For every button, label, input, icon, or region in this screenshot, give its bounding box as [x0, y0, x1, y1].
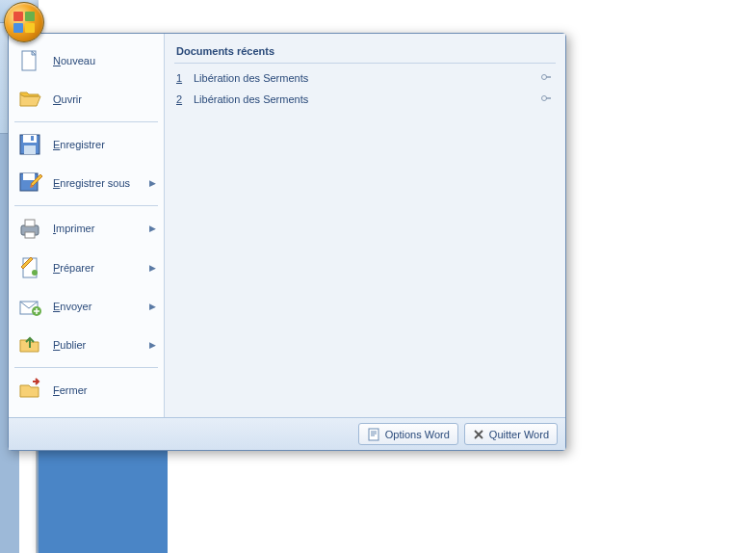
menu-separator: [14, 205, 158, 206]
recent-doc-item[interactable]: 2 Libération des Serments: [174, 89, 556, 110]
menu-label: Imprimer: [53, 223, 140, 234]
quitter-word-button[interactable]: Quitter Word: [464, 423, 558, 445]
office-menu-commands: Nouveau Ouvrir Enregistrer Enregistrer s…: [9, 34, 165, 417]
menu-label: Fermer: [53, 384, 156, 396]
options-label: Options Word: [385, 429, 450, 440]
menu-label: Ouvrir: [53, 93, 156, 105]
publish-icon: [16, 331, 43, 358]
chevron-right-icon: ▶: [149, 340, 156, 350]
save-disk-icon: [16, 131, 43, 158]
menu-item-enregistrer-sous[interactable]: Enregistrer sous ▶: [9, 164, 164, 202]
svg-rect-11: [25, 220, 35, 226]
recent-index: 1: [176, 72, 186, 84]
menu-item-nouveau[interactable]: Nouveau: [9, 41, 164, 80]
svg-rect-9: [23, 173, 35, 180]
menu-item-imprimer[interactable]: Imprimer ▶: [9, 209, 164, 248]
quit-label: Quitter Word: [489, 429, 549, 440]
print-icon: [16, 215, 43, 242]
menu-label: Préparer: [53, 262, 140, 274]
close-folder-icon: [16, 377, 43, 404]
svg-rect-19: [369, 429, 378, 440]
send-icon: [16, 293, 43, 320]
svg-point-14: [32, 270, 38, 276]
chevron-right-icon: ▶: [149, 263, 156, 273]
menu-label: Enregistrer sous: [53, 177, 140, 189]
menu-item-ouvrir[interactable]: Ouvrir: [9, 80, 164, 118]
office-button[interactable]: [4, 2, 44, 42]
options-icon: [367, 428, 380, 441]
office-menu-footer: Options Word Quitter Word: [9, 417, 565, 450]
menu-item-envoyer[interactable]: Envoyer ▶: [9, 287, 164, 326]
menu-separator: [14, 367, 158, 368]
menu-item-publier[interactable]: Publier ▶: [9, 326, 164, 364]
close-icon: [473, 429, 484, 440]
chevron-right-icon: ▶: [149, 178, 156, 188]
menu-label: Enregistrer: [53, 139, 156, 150]
menu-item-fermer[interactable]: Fermer: [9, 371, 164, 409]
save-as-icon: [16, 170, 43, 197]
recent-index: 2: [176, 93, 186, 105]
svg-rect-12: [25, 232, 35, 238]
chevron-right-icon: ▶: [149, 224, 156, 233]
svg-rect-5: [23, 135, 37, 143]
recent-filename: Libération des Serments: [194, 93, 533, 105]
menu-item-preparer[interactable]: Préparer ▶: [9, 249, 164, 287]
menu-label: Publier: [53, 339, 140, 351]
options-word-button[interactable]: Options Word: [358, 423, 458, 445]
recent-header: Documents récents: [174, 41, 556, 64]
pin-icon[interactable]: [540, 92, 554, 106]
menu-label: Nouveau: [53, 55, 156, 66]
open-folder-icon: [16, 86, 43, 113]
office-logo-icon: [13, 12, 35, 33]
svg-point-17: [542, 75, 547, 80]
recent-doc-item[interactable]: 1 Libération des Serments: [174, 67, 556, 89]
new-doc-icon: [16, 47, 43, 74]
prepare-icon: [16, 254, 43, 281]
pin-icon[interactable]: [540, 71, 554, 85]
recent-filename: Libération des Serments: [194, 72, 533, 84]
svg-rect-6: [24, 145, 36, 154]
recent-documents-panel: Documents récents 1 Libération des Serme…: [165, 34, 565, 417]
menu-label: Envoyer: [53, 301, 140, 312]
menu-separator: [14, 121, 158, 122]
menu-item-enregistrer[interactable]: Enregistrer: [9, 125, 164, 164]
office-menu: Nouveau Ouvrir Enregistrer Enregistrer s…: [8, 33, 566, 451]
svg-point-18: [542, 96, 547, 101]
chevron-right-icon: ▶: [149, 302, 156, 311]
svg-rect-7: [31, 136, 34, 141]
